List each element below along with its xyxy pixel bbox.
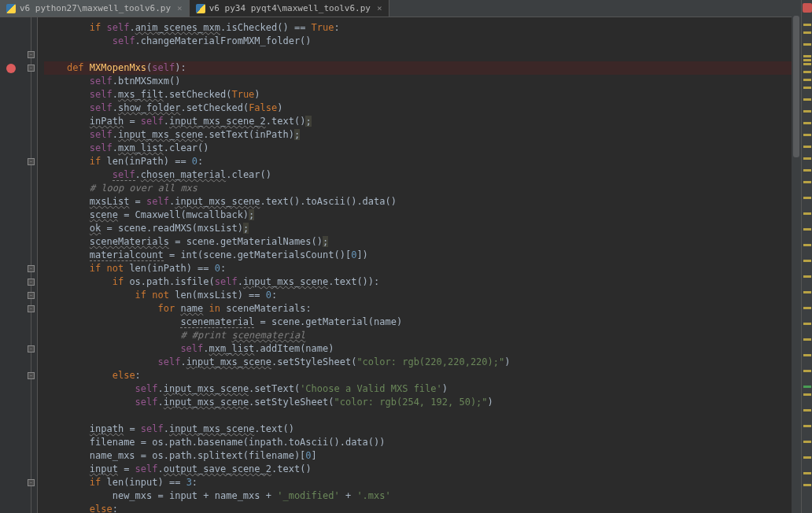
close-icon[interactable]: ×	[177, 3, 183, 13]
code-line[interactable]: sceneMaterials = scene.getMaterialNames(…	[44, 235, 812, 249]
gutter[interactable]: ----------	[0, 17, 38, 513]
stripe-mark[interactable]	[803, 323, 811, 325]
stripe-mark[interactable]	[803, 409, 811, 412]
code-line[interactable]: if len(input) == 3:	[44, 476, 812, 489]
fold-toggle-icon[interactable]: -	[28, 372, 35, 379]
code-line[interactable]: self.btnMXSmxm()	[44, 75, 812, 88]
code-line[interactable]: input = self.output_save_scene_2.text()	[44, 463, 812, 476]
code-line[interactable]: self.mxm_list.clear()	[44, 142, 812, 155]
code-line[interactable]: def MXMopenMxs(self):	[44, 61, 812, 75]
code-line[interactable]: if not len(mxsList) == 0:	[44, 289, 812, 302]
stripe-mark[interactable]	[803, 228, 811, 231]
stripe-mark[interactable]	[803, 456, 811, 459]
stripe-mark[interactable]	[803, 134, 811, 136]
stripe-mark[interactable]	[803, 484, 811, 486]
stripe-mark[interactable]	[803, 370, 811, 372]
stripe-mark[interactable]	[803, 425, 811, 427]
stripe-mark[interactable]	[803, 110, 811, 113]
close-icon[interactable]: ×	[377, 3, 382, 13]
stripe-mark[interactable]	[803, 98, 811, 101]
code-line[interactable]: inPath = self.input_mxs_scene_2.text();	[44, 115, 812, 128]
stripe-mark[interactable]	[803, 307, 811, 309]
stripe-mark[interactable]	[803, 260, 811, 262]
code-line[interactable]	[44, 409, 812, 423]
stripe-mark[interactable]	[803, 87, 811, 89]
code-line[interactable]	[44, 48, 812, 61]
code-area[interactable]: if self.anim_scenes_mxm.isChecked() == T…	[38, 17, 812, 513]
stripe-mark[interactable]	[803, 59, 811, 61]
code-line[interactable]: materialcount = int(scene.getMaterialsCo…	[44, 249, 812, 262]
code-line[interactable]: if os.path.isfile(self.input_mxs_scene.t…	[44, 275, 812, 289]
stripe-mark[interactable]	[803, 79, 811, 81]
code-line[interactable]: scene = Cmaxwell(mwcallback);	[44, 209, 812, 222]
code-line[interactable]: inpath = self.input_mxs_scene.text()	[44, 423, 812, 436]
stripe-mark[interactable]	[803, 393, 811, 396]
code-line[interactable]: self.input_mxs_scene.setText('Choose a V…	[44, 382, 812, 396]
stripe-mark[interactable]	[803, 55, 811, 57]
code-line[interactable]: scenematerial = scene.getMaterial(name)	[44, 316, 812, 329]
fold-toggle-icon[interactable]: -	[28, 292, 35, 299]
code-line[interactable]: name_mxs = os.path.splitext(filename)[0]	[44, 449, 812, 463]
stripe-mark[interactable]	[803, 146, 811, 148]
stripe-mark[interactable]	[803, 31, 811, 34]
stripe-mark[interactable]	[803, 63, 811, 65]
code-line[interactable]: else:	[44, 369, 812, 382]
code-line[interactable]: if len(inPath) == 0:	[44, 155, 812, 168]
fold-toggle-icon[interactable]: -	[28, 305, 35, 312]
stripe-mark[interactable]	[803, 472, 811, 474]
code-line[interactable]: filename = os.path.basename(inpath.toAsc…	[44, 436, 812, 449]
code-line[interactable]: self.show_folder.setChecked(False)	[44, 101, 812, 115]
code-line[interactable]: self.mxs_filt.setChecked(True)	[44, 88, 812, 101]
code-line[interactable]: self.input_mxs_scene.setStyleSheet("colo…	[44, 356, 812, 369]
stripe-mark[interactable]	[803, 181, 811, 183]
code-line[interactable]: for name in sceneMaterials:	[44, 302, 812, 316]
tab-label: v6 python27\maxwell_toolv6.py	[20, 3, 171, 13]
tab-1[interactable]: v6 python27\maxwell_toolv6.py ×	[0, 0, 190, 17]
vertical-scrollbar[interactable]	[792, 0, 801, 513]
stripe-mark[interactable]	[803, 441, 811, 443]
tab-bar: v6 python27\maxwell_toolv6.py × v6 py34 …	[0, 0, 812, 17]
fold-toggle-icon[interactable]: -	[28, 158, 35, 165]
fold-toggle-icon[interactable]: -	[28, 345, 35, 352]
code-line[interactable]: self.input_mxs_scene.setStyleSheet("colo…	[44, 396, 812, 409]
code-line[interactable]: self.mxm_list.addItem(name)	[44, 342, 812, 356]
scrollbar-thumb[interactable]	[793, 16, 799, 157]
tab-2[interactable]: v6 py34 pyqt4\maxwell_toolv6.py ×	[190, 0, 389, 17]
stripe-mark[interactable]	[803, 386, 811, 388]
stripe-mark[interactable]	[803, 212, 811, 215]
breakpoint-icon[interactable]	[6, 64, 16, 73]
code-line[interactable]: # loop over all mxs	[44, 182, 812, 195]
stripe-mark[interactable]	[803, 197, 811, 199]
code-line[interactable]: ok = scene.readMXS(mxsList);	[44, 222, 812, 235]
stripe-mark[interactable]	[803, 169, 811, 172]
stripe-mark[interactable]	[803, 291, 811, 293]
tab-label: v6 py34 pyqt4\maxwell_toolv6.py	[209, 3, 371, 13]
analysis-indicator-icon[interactable]	[803, 3, 812, 13]
code-line[interactable]: self.input_mxs_scene.setText(inPath);	[44, 128, 812, 142]
code-line[interactable]: self.changeMaterialFromMXM_folder()	[44, 35, 812, 48]
editor: ---------- if self.anim_scenes_mxm.isChe…	[0, 17, 812, 513]
code-line[interactable]: self.chosen_material.clear()	[44, 168, 812, 182]
code-line[interactable]: else:	[44, 503, 812, 513]
python-icon	[196, 4, 205, 13]
error-stripe[interactable]	[801, 0, 812, 513]
stripe-mark[interactable]	[803, 24, 811, 26]
stripe-mark[interactable]	[803, 354, 811, 356]
fold-toggle-icon[interactable]: -	[28, 279, 35, 286]
stripe-mark[interactable]	[803, 71, 811, 73]
code-line[interactable]: # #print scenematerial	[44, 329, 812, 342]
stripe-mark[interactable]	[803, 244, 811, 246]
code-line[interactable]: mxsList = self.input_mxs_scene.text().to…	[44, 195, 812, 209]
stripe-mark[interactable]	[803, 338, 811, 341]
fold-toggle-icon[interactable]: -	[28, 65, 35, 72]
code-line[interactable]: new_mxs = input + name_mxs + '_modified'…	[44, 489, 812, 503]
fold-toggle-icon[interactable]: -	[28, 265, 35, 272]
stripe-mark[interactable]	[803, 275, 811, 278]
stripe-mark[interactable]	[803, 122, 811, 124]
fold-toggle-icon[interactable]: -	[28, 479, 35, 486]
stripe-mark[interactable]	[803, 43, 811, 46]
fold-toggle-icon[interactable]: -	[28, 51, 35, 58]
code-line[interactable]: if not len(inPath) == 0:	[44, 262, 812, 275]
code-line[interactable]: if self.anim_scenes_mxm.isChecked() == T…	[44, 21, 812, 35]
stripe-mark[interactable]	[803, 157, 811, 160]
